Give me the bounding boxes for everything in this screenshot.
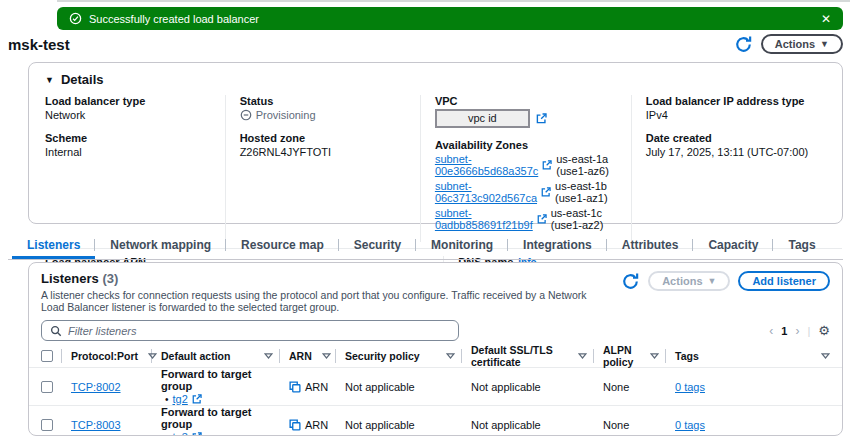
listeners-refresh-button[interactable] [621, 272, 640, 291]
security-policy-value: Not applicable [345, 381, 471, 393]
col-ssl-certificate: Default SSL/TLS certificate [471, 344, 568, 368]
search-icon [50, 325, 62, 337]
filter-listeners-input[interactable] [68, 325, 450, 337]
listeners-table-header: Protocol:Port Default action ARN Securit… [29, 345, 842, 368]
caret-down-icon: ▼ [708, 276, 717, 286]
page-prev-icon[interactable]: ‹ [769, 324, 773, 338]
col-default-action: Default action [161, 350, 230, 362]
row-checkbox[interactable] [41, 419, 53, 431]
col-protocol-port: Protocol:Port [71, 350, 138, 362]
col-arn: ARN [289, 350, 312, 362]
filter-caret-icon[interactable] [148, 353, 157, 359]
col-tags: Tags [675, 350, 699, 362]
external-link-icon[interactable] [536, 113, 547, 124]
success-check-icon [69, 12, 82, 25]
filter-caret-icon[interactable] [821, 353, 830, 359]
filter-caret-icon[interactable] [322, 353, 331, 359]
listeners-panel: Listeners (3) A listener checks for conn… [28, 262, 843, 436]
bullet: • [165, 432, 169, 437]
page-title: msk-test [8, 36, 70, 53]
tags-link[interactable]: 0 tags [675, 381, 705, 393]
filter-caret-icon[interactable] [578, 353, 587, 359]
filter-caret-icon[interactable] [446, 353, 455, 359]
date-created-value: July 17, 2025, 13:11 (UTC-07:00) [646, 146, 814, 158]
default-action-title: Forward to target group [161, 368, 281, 392]
row-checkbox[interactable] [41, 381, 53, 393]
status-value: Provisioning [256, 109, 316, 121]
filter-caret-icon[interactable] [650, 353, 659, 359]
listener-link[interactable]: TCP:8003 [71, 419, 121, 431]
scheme-label: Scheme [45, 132, 213, 144]
arn-value: ARN [305, 381, 328, 393]
certificate-value: Not applicable [471, 419, 603, 431]
filter-listeners-input-box [41, 320, 459, 341]
scheme-value: Internal [45, 146, 213, 158]
details-title: Details [61, 72, 104, 87]
external-link-icon[interactable] [541, 187, 551, 197]
status-label: Status [240, 95, 408, 107]
listener-link[interactable]: TCP:8002 [71, 381, 121, 393]
listeners-count: (3) [102, 271, 118, 286]
banner-message: Successfully created load balancer [89, 13, 259, 25]
tab-resource-map[interactable]: Resource map [226, 233, 339, 259]
divider: | [807, 325, 810, 337]
copy-icon[interactable] [289, 419, 301, 431]
select-all-checkbox[interactable] [41, 350, 53, 362]
arn-value: ARN [305, 419, 328, 431]
banner-close-icon[interactable]: ✕ [821, 13, 831, 25]
lb-type-label: Load balancer type [45, 95, 213, 107]
col-alpn-policy: ALPN policy [603, 344, 640, 368]
alpn-value: None [603, 419, 675, 431]
alpn-value: None [603, 381, 675, 393]
tab-capacity[interactable]: Capacity [693, 233, 773, 259]
add-listener-button[interactable]: Add listener [738, 271, 830, 291]
details-panel: ▼ Details Load balancer type Network Sch… [28, 62, 843, 224]
page-next-icon[interactable]: › [795, 324, 799, 338]
listeners-title: Listeners (3) [41, 271, 611, 286]
default-action-title: Forward to target group [161, 406, 281, 430]
vpc-id-redacted: vpc id [435, 109, 530, 128]
listeners-actions-label: Actions [662, 275, 702, 287]
bullet: • [165, 394, 169, 405]
tags-link[interactable]: 0 tags [675, 419, 705, 431]
az-zone: us-east-1b (use1-az1) [555, 180, 619, 204]
filter-caret-icon[interactable] [264, 353, 273, 359]
copy-icon[interactable] [289, 381, 301, 393]
external-link-icon[interactable] [192, 432, 202, 436]
subnet-link[interactable]: subnet-00e3666b5d68a357c [435, 153, 538, 177]
status-pending-icon [240, 109, 252, 121]
pagination: ‹ 1 › | ⚙ [769, 323, 830, 338]
tab-network-mapping[interactable]: Network mapping [95, 233, 226, 259]
security-policy-value: Not applicable [345, 419, 471, 431]
external-link-icon[interactable] [537, 214, 547, 224]
subnet-link[interactable]: subnet-06c3713c902d567ca [435, 180, 537, 204]
hosted-zone-label: Hosted zone [240, 132, 408, 144]
tab-monitoring[interactable]: Monitoring [416, 233, 508, 259]
table-row: TCP:8003 Forward to target group • tg3 A… [29, 405, 842, 436]
certificate-value: Not applicable [471, 381, 603, 393]
external-link-icon[interactable] [542, 160, 552, 170]
date-created-label: Date created [646, 132, 814, 144]
ip-type-label: Load balancer IP address type [646, 95, 814, 107]
target-group-link[interactable]: tg2 [173, 393, 188, 405]
az-zone: us-east-1a (use1-az6) [556, 153, 618, 177]
tab-tags[interactable]: Tags [773, 233, 830, 259]
page-number: 1 [781, 325, 787, 337]
ip-type-value: IPv4 [646, 109, 814, 121]
tab-listeners[interactable]: Listeners [12, 233, 95, 259]
listeners-actions-button[interactable]: Actions ▼ [648, 271, 730, 291]
hosted-zone-value: Z26RNL4JYFTOTI [240, 146, 408, 158]
vpc-label: VPC [435, 95, 619, 107]
subnet-link[interactable]: subnet-0adbb858691f21b9f [435, 207, 533, 231]
external-link-icon[interactable] [192, 394, 202, 404]
table-row: TCP:8002 Forward to target group • tg2 A… [29, 368, 842, 405]
details-header[interactable]: ▼ Details [29, 63, 842, 93]
target-group-link[interactable]: tg3 [173, 431, 188, 436]
tab-integrations[interactable]: Integrations [508, 233, 607, 259]
tab-attributes[interactable]: Attributes [607, 233, 694, 259]
preferences-gear-icon[interactable]: ⚙ [818, 323, 830, 338]
az-zone: us-east-1c (use1-az2) [551, 207, 619, 231]
refresh-button[interactable] [734, 35, 753, 54]
tab-security[interactable]: Security [339, 233, 416, 259]
actions-button[interactable]: Actions ▼ [761, 34, 843, 54]
